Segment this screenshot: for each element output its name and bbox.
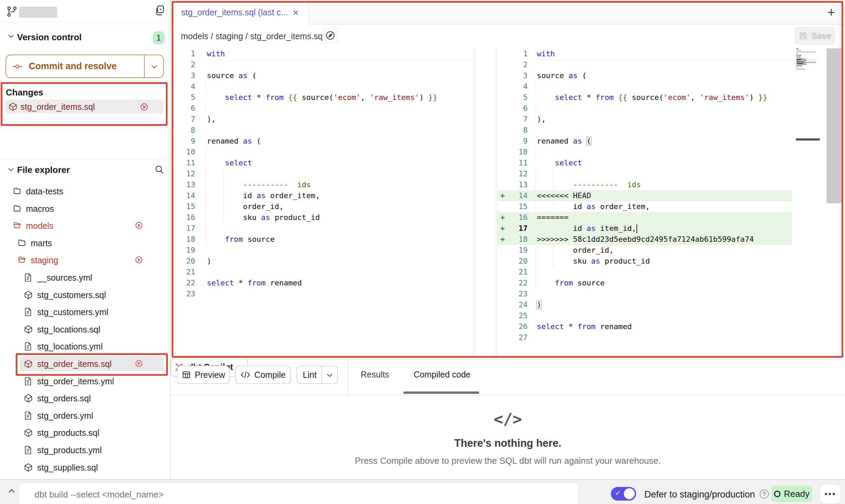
code-line-19[interactable]: 19 — [172, 245, 473, 256]
file-item-marts[interactable]: marts — [0, 236, 171, 251]
code-line-14[interactable]: 14 id as order_item, — [172, 190, 473, 201]
code-line-20[interactable]: 20 sku as product_id — [498, 256, 792, 267]
tab-results[interactable]: Results — [361, 370, 389, 380]
code-line-7[interactable]: 7), — [498, 114, 792, 125]
tab-close-icon[interactable]: × — [293, 8, 299, 18]
more-options-button[interactable]: ••• — [820, 484, 841, 504]
help-icon[interactable]: ? — [760, 489, 769, 499]
file-item-models[interactable]: models — [0, 218, 171, 233]
file-item-__sources.yml[interactable]: __sources.yml — [0, 270, 171, 285]
code-line-4[interactable]: 4 — [172, 81, 473, 92]
file-item-stg_supplies.sql[interactable]: stg_supplies.sql — [0, 460, 171, 475]
code-line-23[interactable]: 23 — [172, 288, 473, 299]
chevron-up-icon[interactable] — [8, 488, 16, 493]
diff-editor[interactable]: 1with23source as (45 select * from {{ so… — [171, 48, 845, 357]
code-line-1[interactable]: 1with — [172, 48, 473, 59]
file-item-stg_orders.yml[interactable]: stg_orders.yml — [0, 408, 171, 423]
lint-button[interactable]: Lint — [297, 366, 338, 384]
preview-button[interactable]: Preview — [177, 366, 230, 384]
discard-change-icon[interactable] — [135, 256, 143, 264]
code-line-10[interactable]: 10 — [498, 147, 792, 158]
code-line-12[interactable]: 12 — [172, 168, 473, 179]
code-line-5[interactable]: 5 select * from {{ source('ecom', 'raw_i… — [172, 92, 473, 103]
code-line-12[interactable]: 12 — [498, 168, 792, 179]
lineage-compass-icon[interactable] — [322, 27, 339, 44]
code-line-11[interactable]: 11 select — [498, 158, 792, 168]
code-line-4[interactable]: 4 — [498, 81, 792, 92]
code-line-18[interactable]: +18>>>>>>> 58c1dd23d5eebd9cd2495fa7124ab… — [498, 234, 792, 245]
file-item-stg_customers.yml[interactable]: stg_customers.yml — [0, 305, 171, 320]
tab-stg-order-items[interactable]: stg_order_items.sql (last c... × — [172, 0, 309, 25]
code-line-9[interactable]: 9renamed as ( — [498, 136, 792, 147]
discard-change-icon[interactable] — [135, 360, 143, 367]
code-line-8[interactable]: 8 — [172, 125, 473, 136]
code-line-10[interactable]: 10 — [172, 147, 473, 158]
code-line-27[interactable]: 27 — [498, 332, 792, 343]
code-line-19[interactable]: 19 order_id, — [498, 245, 792, 256]
code-line-6[interactable]: 6 — [172, 103, 473, 114]
code-line-6[interactable]: 6 — [498, 103, 792, 114]
file-item-stg_locations.sql[interactable]: stg_locations.sql — [0, 322, 171, 337]
code-line-18[interactable]: 18 from source — [172, 234, 473, 245]
file-item-stg_products.sql[interactable]: stg_products.sql — [0, 425, 171, 440]
chevron-down-icon[interactable] — [326, 373, 333, 378]
chevron-down-icon[interactable] — [8, 34, 14, 39]
code-line-8[interactable]: 8 — [498, 125, 792, 136]
code-line-17[interactable]: 17 — [172, 223, 473, 234]
file-item-stg_customers.sql[interactable]: stg_customers.sql — [0, 287, 171, 302]
code-line-13[interactable]: 13 ---------- ids — [172, 179, 473, 190]
code-line-15[interactable]: 15 order_id, — [172, 201, 473, 212]
diff-pane-original[interactable]: 1with23source as (45 select * from {{ so… — [172, 48, 473, 299]
code-line-7[interactable]: 7), — [172, 114, 473, 125]
code-line-21[interactable]: 21 — [172, 267, 473, 278]
file-item-macros[interactable]: macros — [0, 201, 171, 216]
file-item-stg_locations.yml[interactable]: stg_locations.yml — [0, 339, 171, 354]
file-item-stg_order_items.yml[interactable]: stg_order_items.yml — [0, 374, 171, 389]
code-line-23[interactable]: 23 — [498, 288, 792, 299]
discard-change-icon[interactable] — [135, 222, 143, 229]
save-button[interactable]: Save — [794, 27, 835, 45]
code-line-13[interactable]: 13 ---------- ids — [498, 179, 792, 190]
defer-toggle[interactable]: ✓ — [611, 487, 636, 501]
code-line-11[interactable]: 11 select — [172, 158, 473, 168]
code-line-16[interactable]: 16 sku as product_id — [172, 212, 473, 223]
discard-change-icon[interactable] — [140, 103, 148, 111]
code-line-21[interactable]: 21 — [498, 267, 792, 278]
code-line-15[interactable]: 15 id as order_item, — [498, 201, 792, 212]
file-item-stg_order_items.sql[interactable]: stg_order_items.sql — [0, 356, 171, 371]
file-explorer-header[interactable]: File explorer — [17, 165, 70, 175]
file-item-staging[interactable]: staging — [0, 253, 171, 268]
version-control-header[interactable]: Version control — [17, 32, 82, 43]
editor-scrollbar[interactable] — [827, 48, 842, 203]
code-line-22[interactable]: 22select * from renamed — [172, 278, 473, 288]
new-tab-icon[interactable]: + — [827, 5, 835, 19]
search-icon[interactable] — [154, 164, 164, 175]
code-line-2[interactable]: 2 — [498, 59, 792, 70]
copy-icon[interactable] — [154, 4, 166, 16]
status-badge[interactable]: Ready — [771, 486, 812, 502]
code-line-5[interactable]: 5 select * from {{ source('ecom', 'raw_i… — [498, 92, 792, 103]
code-line-17[interactable]: +17 id as item_id, — [498, 223, 792, 234]
file-item-data-tests[interactable]: data-tests — [0, 184, 171, 199]
chevron-down-icon[interactable] — [150, 64, 158, 70]
code-line-1[interactable]: 1with — [498, 48, 792, 59]
code-line-3[interactable]: 3source as ( — [172, 70, 473, 81]
commit-and-resolve-button[interactable]: Commit and resolve — [5, 55, 164, 78]
diff-pane-modified[interactable]: 1with23source as (45 select * from {{ so… — [498, 48, 792, 343]
file-item-stg_orders.sql[interactable]: stg_orders.sql — [0, 391, 171, 406]
chevron-down-icon[interactable] — [8, 167, 14, 172]
code-line-25[interactable]: 25 — [498, 310, 792, 321]
code-line-3[interactable]: 3source as ( — [498, 70, 792, 81]
tab-compiled-code[interactable]: Compiled code — [414, 370, 471, 380]
code-line-2[interactable]: 2 — [172, 59, 473, 70]
changes-file-row[interactable]: stg_order_items.sql — [5, 100, 163, 114]
command-input[interactable] — [19, 483, 578, 504]
code-line-9[interactable]: 9renamed as ( — [172, 136, 473, 147]
code-line-24[interactable]: 24) — [498, 299, 792, 310]
code-line-26[interactable]: 26select * from renamed — [498, 321, 792, 332]
code-line-14[interactable]: +14<<<<<<< HEAD — [498, 190, 792, 201]
minimap[interactable] — [796, 48, 816, 71]
code-line-20[interactable]: 20) — [172, 256, 473, 267]
code-line-16[interactable]: +16======= — [498, 212, 792, 223]
code-line-22[interactable]: 22 from source — [498, 278, 792, 288]
